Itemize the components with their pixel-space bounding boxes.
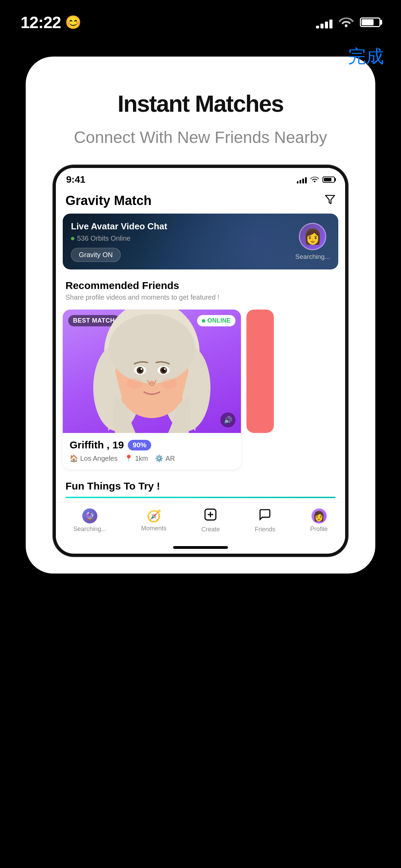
online-indicator: 536 Orbits Online (71, 234, 167, 242)
inner-signal-3 (302, 179, 304, 183)
friends-scroll: BEST MATCH ONLINE (56, 304, 345, 475)
signal-bar-4 (329, 20, 332, 28)
status-emoji: 😊 (65, 15, 81, 30)
inner-signal-2 (300, 180, 301, 183)
city-text: Los Angeles (80, 455, 118, 462)
done-button[interactable]: 完成 (348, 45, 384, 69)
detail-distance: 📍 1km (124, 454, 148, 462)
fun-section: Fun Things To Try ! (56, 475, 345, 502)
home-icon: 🏠 (70, 454, 78, 462)
nav-label-moments: Moments (141, 525, 167, 532)
signal-bars (316, 16, 332, 28)
nav-item-friends[interactable]: Friends (255, 508, 275, 533)
nav-item-create[interactable]: Create (201, 508, 220, 533)
live-banner-left: Live Avatar Video Chat 536 Orbits Online… (71, 221, 167, 262)
app-title: Gravity Match (65, 193, 151, 208)
promo-title: Instant Matches (53, 91, 348, 117)
location-icon: 📍 (124, 454, 133, 462)
status-right (316, 15, 380, 30)
detail-type: ⚙️ AR (155, 454, 175, 462)
online-count: 536 Orbits Online (77, 234, 131, 242)
nav-item-profile[interactable]: 👩 Profile (310, 508, 328, 533)
friend-card-griffith[interactable]: BEST MATCH ONLINE (63, 310, 241, 469)
nav-label-searching: Searching... (73, 526, 106, 533)
app-header: Gravity Match (56, 189, 345, 214)
friend-name-row: Griffith , 19 90% (70, 439, 234, 451)
status-left: 12:22 😊 (21, 13, 81, 32)
avatar-face-svg (90, 310, 214, 433)
inner-signal (297, 176, 307, 183)
moments-icon: 🧭 (147, 509, 161, 523)
signal-bar-3 (325, 22, 328, 28)
create-icon (204, 508, 217, 524)
friend-name: Griffith , 19 (70, 439, 124, 451)
inner-signal-1 (297, 181, 299, 183)
recommended-section-header: Recommended Friends Share profile videos… (56, 276, 345, 304)
distance-text: 1km (135, 455, 148, 462)
searching-text: Searching... (295, 253, 330, 261)
promo-area: Instant Matches Connect With New Friends… (26, 77, 375, 165)
battery-fill (362, 19, 374, 25)
inner-status-right (297, 175, 335, 184)
inner-wifi-icon (310, 175, 319, 184)
signal-bar-1 (316, 26, 319, 28)
inner-battery (323, 177, 335, 183)
friend-card-peek (246, 310, 274, 433)
recommended-subtitle: Share profile videos and moments to get … (65, 293, 336, 301)
live-banner-title: Live Avatar Video Chat (71, 221, 167, 232)
inner-battery-fill (324, 178, 331, 181)
fun-title: Fun Things To Try ! (65, 480, 336, 492)
inner-phone: 9:41 (53, 165, 348, 556)
type-text: AR (166, 455, 175, 462)
svg-point-15 (127, 378, 143, 388)
fun-divider (65, 497, 336, 498)
friend-card-info-griffith: Griffith , 19 90% 🏠 Los Angeles 📍 1km (63, 433, 241, 469)
nav-item-moments[interactable]: 🧭 Moments (141, 509, 167, 532)
filter-icon[interactable] (325, 194, 336, 208)
online-dot (71, 237, 74, 240)
avatar-face-container (63, 310, 241, 433)
home-indicator (173, 546, 228, 549)
live-banner: Live Avatar Video Chat 536 Orbits Online… (63, 214, 338, 269)
nav-label-profile: Profile (310, 526, 328, 533)
nav-item-searching[interactable]: 🔮 Searching... (73, 508, 106, 533)
inner-time: 9:41 (66, 174, 85, 185)
svg-point-14 (149, 381, 154, 384)
status-time: 12:22 (21, 13, 61, 32)
ar-icon: ⚙️ (155, 454, 163, 462)
inner-status-bar: 9:41 (56, 168, 345, 189)
status-bar: 12:22 😊 (0, 0, 401, 34)
sound-button[interactable]: 🔊 (220, 412, 235, 427)
searching-icon: 🔮 (82, 508, 97, 523)
svg-point-16 (161, 378, 177, 388)
nav-label-create: Create (201, 526, 220, 533)
battery-icon (360, 17, 380, 27)
friends-icon (258, 508, 271, 524)
wifi-icon (339, 15, 354, 30)
recommended-title: Recommended Friends (65, 280, 336, 291)
live-banner-right: 👩 Searching... (295, 223, 330, 261)
signal-bar-2 (320, 24, 324, 28)
detail-city: 🏠 Los Angeles (70, 454, 118, 462)
svg-marker-0 (326, 195, 335, 204)
gravity-on-button[interactable]: Gravity ON (71, 248, 121, 262)
profile-avatar: 👩 (312, 508, 327, 523)
promo-subtitle: Connect With New Friends Nearby (53, 127, 348, 148)
live-avatar: 👩 (299, 223, 326, 250)
bottom-nav: 🔮 Searching... 🧭 Moments Create (56, 502, 345, 540)
svg-point-9 (141, 368, 142, 370)
svg-point-5 (108, 314, 195, 384)
match-badge: 90% (128, 440, 151, 450)
friend-card-image-griffith: BEST MATCH ONLINE (63, 310, 241, 433)
friend-details: 🏠 Los Angeles 📍 1km ⚙️ AR (70, 454, 234, 462)
svg-point-13 (164, 368, 166, 370)
inner-signal-4 (305, 177, 307, 183)
nav-label-friends: Friends (255, 526, 275, 533)
phone-wrapper: Instant Matches Connect With New Friends… (26, 57, 375, 574)
